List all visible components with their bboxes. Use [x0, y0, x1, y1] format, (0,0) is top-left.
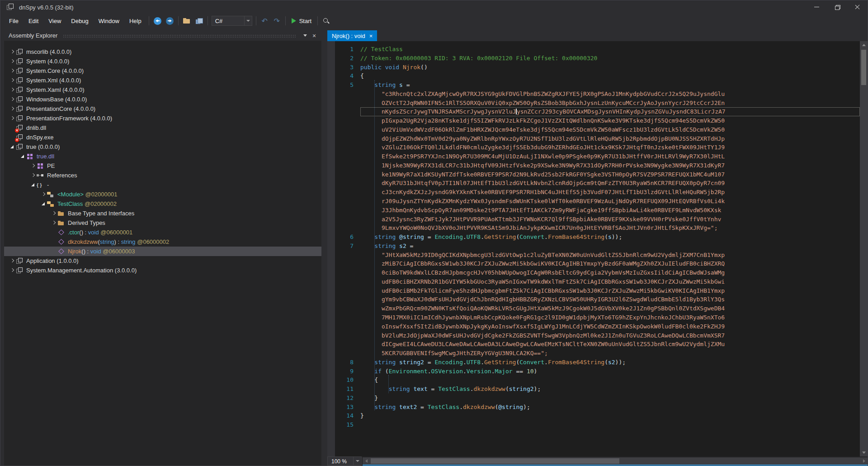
code-text[interactable]: string @string = Encoding.UTF8.GetString… — [360, 233, 860, 242]
navigate-back-button[interactable] — [151, 15, 164, 26]
panel-splitter[interactable] — [321, 30, 327, 466]
scroll-left-button[interactable] — [363, 457, 370, 465]
expander-collapsed-icon[interactable] — [9, 96, 16, 103]
tree-item-module-02000001[interactable]: <Module> @02000001 — [4, 190, 321, 199]
tree-item-njrok-void-06000003[interactable]: Njrok() : void @06000003 — [4, 247, 321, 256]
code-text[interactable]: dICgweEI4LCAweDU3LCAweDAwLCAweDA3LCAweDg… — [360, 340, 860, 349]
restore-button[interactable] — [827, 0, 847, 13]
code-text[interactable]: string text = TestClass.dkzokdzww(string… — [360, 385, 860, 394]
expander-collapsed-icon[interactable] — [9, 48, 16, 56]
expander-expanded-icon[interactable] — [19, 153, 26, 160]
code-text[interactable]: 0ciBoTW9kdWxlLCBzdHJpbmcgcHJvY05hbWUpOwo… — [360, 268, 860, 277]
tree-item-system-xml-4-0-0-0[interactable]: System.Xml (4.0.0.0) — [4, 76, 321, 85]
code-text-caret-line[interactable]: nKydsZScrJywgTVNJRSAxMScrJywgJysnV2luJys… — [360, 107, 860, 116]
code-text[interactable]: 1Njske3N9WyR7X31dLCR7c31bJHtqfV09JHtzfVs… — [360, 161, 860, 170]
close-button[interactable] — [847, 0, 868, 13]
code-text[interactable]: udFB0ciBMb2FkTGlicmFyeShzdHJpbmcgbmFtZSk… — [360, 286, 860, 295]
code-text[interactable]: oInswfXsxfSItZidBJywnbXNpJykgKyAoInswfXs… — [360, 322, 860, 331]
tree-item-dkzokdzww-string-string-06000002[interactable]: dkzokdzww(string) : string @06000002 — [4, 237, 321, 247]
code-text[interactable]: rJ09uJysnZTYnKydkZXMnKydzYWx0JysndmFsdWU… — [360, 197, 860, 206]
scroll-right-button[interactable] — [860, 457, 868, 465]
zoom-dropdown-button[interactable] — [354, 456, 362, 466]
language-selector-dropdown[interactable] — [244, 16, 252, 25]
tree-item-pe[interactable]: PE — [4, 161, 321, 171]
code-text[interactable]: gYm9vbCBWaXJ0dWFsUHJvdGVjdChJbnRQdHIgbHB… — [360, 295, 860, 304]
expander-collapsed-icon[interactable] — [9, 58, 16, 65]
tree-item-base-type-and-interfaces[interactable]: Base Type and Interfaces — [4, 209, 321, 218]
menu-item-edit[interactable]: Edit — [24, 15, 43, 27]
tree-item-system-management-automation-3-0-0-0[interactable]: System.Management.Automation (3.0.0.0) — [4, 266, 321, 275]
tree-item-ctor-void-06000001[interactable]: .ctor() : void @06000001 — [4, 228, 321, 237]
horizontal-scrollbar-thumb[interactable] — [371, 458, 619, 464]
tree-item-dnlib-dll[interactable]: dnlib.dll — [4, 123, 321, 133]
start-debug-button[interactable]: Start — [288, 16, 315, 26]
code-text[interactable]: wZmxPbGRQcm90ZWN0KTsKfQoiQAoKQWRkLVR5cGU… — [360, 304, 860, 313]
tree-item-dnspy-exe[interactable]: dnSpy.exe — [4, 133, 321, 142]
language-selector[interactable]: C# — [212, 16, 252, 26]
expander-collapsed-icon[interactable] — [9, 67, 16, 75]
expander-collapsed-icon[interactable] — [50, 210, 57, 217]
tree-item-item[interactable]: { }- — [4, 180, 321, 190]
tree-item-system-4-0-0-0[interactable]: System (4.0.0.0) — [4, 57, 321, 66]
search-button[interactable] — [320, 15, 332, 26]
code-text[interactable]: public void Njrok() — [360, 63, 860, 72]
code-text[interactable]: } — [360, 394, 860, 403]
breakpoint-gutter[interactable] — [327, 41, 335, 456]
explorer-close-button[interactable]: × — [310, 32, 319, 40]
tab-njrok[interactable]: Njrok() : void × — [327, 30, 377, 41]
code-text[interactable]: a2V5Jysnc3RyZWFtJyk7JHtPVVR9PUAoKTtmb3JF… — [360, 215, 860, 224]
code-text[interactable]: udFB0ciBHZXRNb2R1bGVIYW5kbGUoc3RyaW5nIGx… — [360, 277, 860, 286]
vertical-scrollbar-thumb[interactable] — [861, 50, 866, 85]
scroll-up-button[interactable] — [860, 41, 868, 49]
code-text[interactable]: vZGluZ106OkFTQ0lJLkdldFN0cmluZygke3djfS5… — [360, 143, 860, 152]
code-text[interactable]: "c3RhcnQtc2xlZXAgMjcwOyR7RXJSYG9gUkFDVGl… — [360, 90, 860, 99]
code-text[interactable]: if (Environment.OSVersion.Version.Major … — [360, 367, 860, 376]
code-text[interactable]: string text2 = TestClass.dkzokdzww(@stri… — [360, 403, 860, 412]
code-text[interactable]: string s2 = — [360, 242, 860, 251]
zoom-selector[interactable]: 100 % — [327, 456, 362, 466]
expander-collapsed-icon[interactable] — [9, 86, 16, 94]
tree-item-presentationframework-4-0-0-0[interactable]: PresentationFramework (4.0.0.0) — [4, 114, 321, 123]
code-text[interactable]: } — [360, 411, 860, 420]
code-text[interactable]: // Token: 0x06000003 RID: 3 RVA: 0x00002… — [360, 54, 860, 63]
tree-item-true-dll[interactable]: true.dll — [4, 152, 321, 161]
tree-item-testclass-02000002[interactable]: TestClass @02000002 — [4, 199, 321, 209]
expander-collapsed-icon[interactable] — [9, 77, 16, 84]
tree-item-derived-types[interactable]: Derived Types — [4, 218, 321, 228]
code-text[interactable]: // TestClass — [360, 45, 860, 54]
code-text[interactable]: string s = — [360, 81, 860, 90]
tree-item-windowsbase-4-0-0-0[interactable]: WindowsBase (4.0.0.0) — [4, 95, 321, 104]
code-text[interactable]: zMiB7CiAgICBbRGxsSW1wb3J0KCJrZXJuZWwzMi5… — [360, 259, 860, 268]
navigate-forward-button[interactable] — [164, 15, 176, 26]
vertical-scrollbar[interactable] — [860, 41, 868, 456]
tree-item-system-xaml-4-0-0-0[interactable]: System.Xaml (4.0.0.0) — [4, 85, 321, 95]
code-text[interactable]: "JHtXaW5kMzJ9ID0gQCIKdXNpbmcgU3lzdGVtOwp… — [360, 251, 860, 260]
code-text[interactable]: string string2 = Encoding.UTF8.GetString… — [360, 358, 860, 367]
code-text[interactable]: ke1N9WyR7aX1dKSUyNTZdfTske0RBVEF9PSR7d2N… — [360, 170, 860, 179]
code-text[interactable]: EfSwke2t9PSR7YXJnc1N9OyR7U309MC4uMjU1OzA… — [360, 152, 860, 161]
code-text[interactable]: J3JhbmQnKydvbScpOyR7an09MDske2t9PTA7JHtE… — [360, 206, 860, 215]
expander-collapsed-icon[interactable] — [9, 257, 16, 265]
menu-item-file[interactable]: File — [4, 15, 24, 27]
tree-item-mscorlib-4-0-0-0[interactable]: mscorlib (4.0.0.0) — [4, 47, 321, 57]
code-text[interactable]: pIGxpa2UgR2Vja28nKTske1djfS5IZWFkRVJzLkF… — [360, 116, 860, 125]
menu-item-view[interactable]: View — [43, 15, 66, 27]
code-text[interactable] — [360, 420, 860, 429]
expander-collapsed-icon[interactable] — [29, 162, 37, 170]
expander-collapsed-icon[interactable] — [9, 105, 16, 113]
redo-button[interactable]: ↷ — [271, 15, 283, 26]
expander-collapsed-icon[interactable] — [29, 172, 37, 179]
menu-item-help[interactable]: Help — [124, 15, 146, 27]
expander-collapsed-icon[interactable] — [9, 267, 16, 274]
expander-collapsed-icon[interactable] — [40, 191, 47, 198]
code-text[interactable]: uV2ViUmVxdWVzdF06OkRlZmF1bHRXZWJQcm94eTs… — [360, 125, 860, 134]
code-text[interactable]: 5KCR7UGBBVENIfSwgMCwgJHthZERyYGVgU3N9LCA… — [360, 349, 860, 358]
code-text[interactable]: 7MH17MX0iIC1mICdhJywnbXNpLmRsbCcpKQoke0F… — [360, 313, 860, 322]
save-all-button[interactable] — [193, 15, 205, 26]
menu-item-debug[interactable]: Debug — [66, 15, 93, 27]
open-button[interactable] — [181, 15, 193, 26]
tree-item-application-1-0-0-0[interactable]: Application (1.0.0.0) — [4, 256, 321, 266]
tree-item-true-0-0-0-0[interactable]: true (0.0.0.0) — [4, 142, 321, 152]
code-text[interactable]: OZVctT2JqRWN0IFN5c1RlTS5ORXQuV0ViQ0xpZW5… — [360, 99, 860, 108]
scroll-down-button[interactable] — [860, 449, 868, 456]
